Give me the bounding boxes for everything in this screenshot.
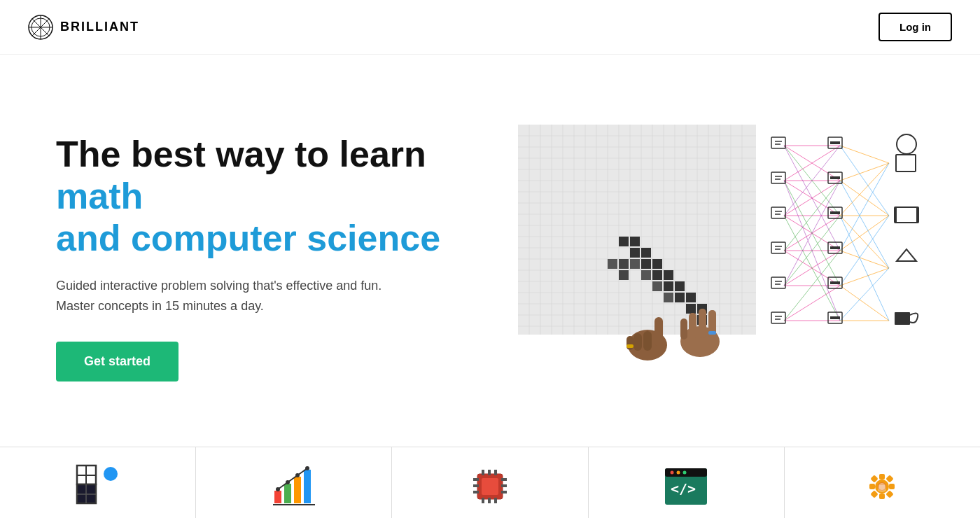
data-analysis-icon xyxy=(272,464,316,509)
svg-rect-133 xyxy=(771,277,785,288)
svg-rect-46 xyxy=(630,237,640,246)
svg-rect-136 xyxy=(771,312,785,323)
category-data-analysis[interactable]: Data Analysis xyxy=(196,447,392,518)
svg-line-105 xyxy=(840,163,889,181)
svg-rect-57 xyxy=(686,304,696,314)
svg-rect-127 xyxy=(771,207,785,218)
svg-rect-78 xyxy=(708,331,716,335)
logo-link[interactable]: BRILLIANT xyxy=(28,15,139,40)
svg-rect-150 xyxy=(830,316,840,319)
login-button[interactable]: Log in xyxy=(878,13,952,41)
svg-rect-70 xyxy=(643,331,652,351)
svg-rect-76 xyxy=(689,313,696,340)
svg-rect-124 xyxy=(771,172,785,183)
svg-rect-55 xyxy=(675,293,685,302)
svg-rect-61 xyxy=(641,270,651,280)
svg-line-100 xyxy=(784,146,840,251)
get-started-button[interactable]: Get started xyxy=(56,342,178,382)
brilliant-logo-icon xyxy=(28,15,53,40)
hero-subtitle: Guided interactive problem solving that'… xyxy=(56,276,448,316)
categories-section: Math Data Analysis xyxy=(0,447,980,518)
svg-rect-142 xyxy=(830,176,840,179)
svg-rect-121 xyxy=(771,137,785,148)
svg-rect-197 xyxy=(889,484,895,489)
svg-line-96 xyxy=(784,216,840,321)
svg-rect-130 xyxy=(771,242,785,253)
hero-content: The best way to learn math and computer … xyxy=(56,134,448,382)
svg-line-117 xyxy=(840,216,889,321)
logo-text: BRILLIANT xyxy=(60,20,139,34)
svg-point-191 xyxy=(683,471,687,475)
svg-line-118 xyxy=(840,163,889,251)
svg-rect-152 xyxy=(896,155,916,172)
svg-rect-184 xyxy=(501,478,507,481)
svg-rect-167 xyxy=(304,470,311,503)
svg-line-110 xyxy=(840,216,889,251)
hero-subtitle-line1: Guided interactive problem solving that'… xyxy=(56,279,382,293)
hero-section: The best way to learn math and computer … xyxy=(0,55,980,447)
svg-rect-65 xyxy=(619,259,629,269)
svg-rect-69 xyxy=(634,333,642,351)
svg-point-163 xyxy=(104,467,118,481)
svg-rect-63 xyxy=(664,293,673,302)
svg-rect-178 xyxy=(482,498,484,503)
svg-line-113 xyxy=(840,286,889,321)
svg-point-190 xyxy=(677,471,680,475)
svg-rect-174 xyxy=(482,478,498,495)
svg-rect-180 xyxy=(494,498,497,503)
svg-rect-146 xyxy=(830,246,840,249)
category-science-engineering[interactable]: Science & Engineering xyxy=(785,447,980,518)
svg-rect-196 xyxy=(879,493,885,499)
category-math[interactable]: Math xyxy=(0,447,196,518)
svg-line-104 xyxy=(840,146,889,163)
svg-point-168 xyxy=(276,487,280,491)
svg-point-171 xyxy=(305,466,309,470)
svg-rect-77 xyxy=(680,318,687,340)
pixel-grid-illustration xyxy=(518,125,756,363)
svg-rect-51 xyxy=(652,270,662,280)
svg-line-115 xyxy=(840,146,889,216)
svg-rect-56 xyxy=(686,293,696,302)
svg-rect-181 xyxy=(473,478,479,481)
svg-line-112 xyxy=(840,268,889,286)
svg-rect-164 xyxy=(274,491,281,503)
svg-rect-62 xyxy=(652,281,662,291)
svg-rect-185 xyxy=(501,484,507,487)
svg-rect-182 xyxy=(473,484,479,487)
svg-rect-140 xyxy=(830,141,840,144)
programming-icon: </> xyxy=(664,464,708,509)
svg-rect-52 xyxy=(664,270,673,280)
hero-title-highlight2: and computer science xyxy=(56,218,440,258)
svg-rect-176 xyxy=(488,470,491,475)
svg-rect-68 xyxy=(654,317,663,346)
category-computer-science[interactable]: Computer Science xyxy=(392,447,588,518)
svg-rect-144 xyxy=(830,211,840,214)
math-icon xyxy=(76,464,120,509)
header: BRILLIANT Log in xyxy=(0,0,980,55)
svg-rect-155 xyxy=(896,207,918,223)
svg-point-151 xyxy=(897,134,916,154)
svg-rect-49 xyxy=(641,259,651,269)
svg-point-169 xyxy=(286,480,290,484)
svg-rect-156 xyxy=(895,312,910,325)
svg-rect-6 xyxy=(518,125,756,335)
category-programming[interactable]: </> Programming xyxy=(589,447,785,518)
svg-line-106 xyxy=(840,181,889,216)
svg-rect-195 xyxy=(879,474,885,479)
svg-rect-64 xyxy=(608,259,617,269)
svg-rect-45 xyxy=(619,237,629,246)
svg-rect-148 xyxy=(830,281,840,284)
hero-subtitle-line2: Master concepts in 15 minutes a day. xyxy=(56,299,264,313)
svg-rect-75 xyxy=(699,309,706,338)
neural-network-illustration xyxy=(756,125,924,363)
computer-science-icon xyxy=(468,464,512,509)
svg-rect-66 xyxy=(619,270,629,280)
svg-point-170 xyxy=(295,473,300,477)
svg-rect-166 xyxy=(294,477,301,503)
svg-line-119 xyxy=(840,216,889,286)
svg-rect-177 xyxy=(494,470,497,475)
svg-line-116 xyxy=(840,181,889,268)
svg-line-107 xyxy=(840,163,889,216)
svg-line-120 xyxy=(840,268,889,321)
svg-rect-54 xyxy=(675,281,685,291)
